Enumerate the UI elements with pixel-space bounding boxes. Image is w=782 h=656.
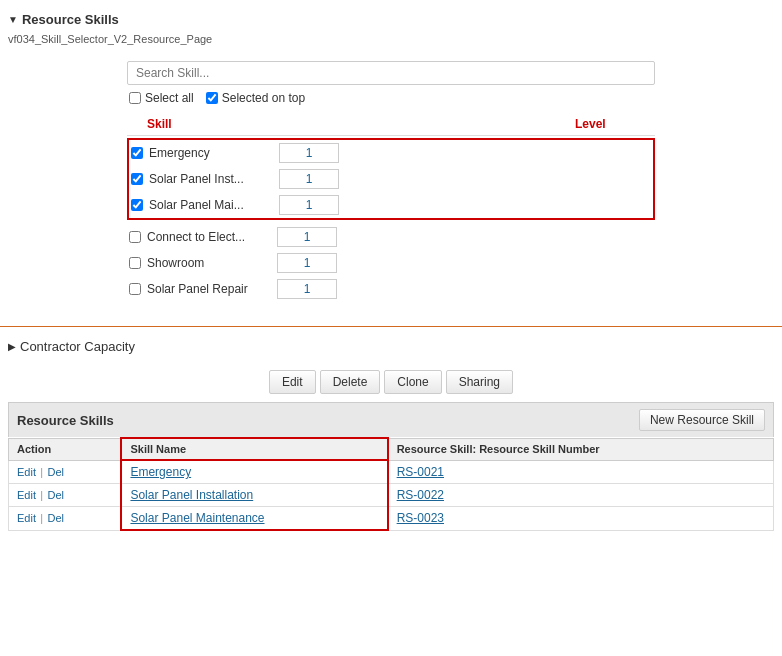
action-cell-1: Edit | Del <box>9 460 122 484</box>
skill-level-showroom[interactable] <box>277 253 337 273</box>
skill-selector: Select all Selected on top Skill Level E… <box>111 53 671 310</box>
action-buttons-group: Edit Delete Clone Sharing <box>0 370 782 394</box>
skill-column-header: Skill <box>127 117 575 131</box>
table-row: Edit | Del Solar Panel Installation RS-0… <box>9 484 774 507</box>
separator-2: | <box>40 489 43 501</box>
contractor-capacity-section: ▶ Contractor Capacity <box>0 335 782 358</box>
action-cell-2: Edit | Del <box>9 484 122 507</box>
rs-link-3[interactable]: RS-0023 <box>397 511 444 525</box>
skill-name-showroom: Showroom <box>147 256 277 270</box>
collapse-icon[interactable]: ▼ <box>8 14 18 25</box>
edit-button[interactable]: Edit <box>269 370 316 394</box>
skill-checkbox-solar-inst[interactable] <box>131 173 143 185</box>
skill-name-cell-2: Solar Panel Installation <box>121 484 387 507</box>
action-column-header: Action <box>9 438 122 460</box>
skill-name-link-1[interactable]: Emergency <box>130 465 191 479</box>
skill-row-solar-inst: Solar Panel Inst... <box>129 166 653 192</box>
resource-skills-table: Action Skill Name Resource Skill: Resour… <box>8 437 774 531</box>
select-all-label: Select all <box>145 91 194 105</box>
del-link-3[interactable]: Del <box>48 512 65 524</box>
del-link-1[interactable]: Del <box>48 466 65 478</box>
skill-name-solar-inst: Solar Panel Inst... <box>149 172 279 186</box>
filter-options: Select all Selected on top <box>127 91 655 105</box>
edit-link-2[interactable]: Edit <box>17 489 36 501</box>
skill-checkbox-emergency[interactable] <box>131 147 143 159</box>
edit-link-3[interactable]: Edit <box>17 512 36 524</box>
resource-skills-table-section: Resource Skills New Resource Skill Actio… <box>8 402 774 531</box>
skill-level-solar-inst[interactable] <box>279 169 339 189</box>
rs-link-1[interactable]: RS-0021 <box>397 465 444 479</box>
resource-skills-title: Resource Skills <box>22 12 119 27</box>
rs-link-2[interactable]: RS-0022 <box>397 488 444 502</box>
skill-checkbox-solar-repair[interactable] <box>129 283 141 295</box>
skills-table-header: Skill Level <box>127 113 655 136</box>
skill-name-link-2[interactable]: Solar Panel Installation <box>130 488 253 502</box>
table-row: Edit | Del Emergency RS-0021 <box>9 460 774 484</box>
select-all-option[interactable]: Select all <box>129 91 194 105</box>
resource-skills-table-header: Resource Skills New Resource Skill <box>8 402 774 437</box>
select-all-checkbox[interactable] <box>129 92 141 104</box>
selected-skills-group: Emergency Solar Panel Inst... Solar Pane… <box>127 138 655 220</box>
skill-name-solar-repair: Solar Panel Repair <box>147 282 277 296</box>
new-resource-skill-button[interactable]: New Resource Skill <box>639 409 765 431</box>
table-row: Edit | Del Solar Panel Maintenance RS-00… <box>9 507 774 531</box>
skill-row-connect: Connect to Elect... <box>127 224 655 250</box>
action-cell-3: Edit | Del <box>9 507 122 531</box>
skill-name-emergency: Emergency <box>149 146 279 160</box>
edit-link-1[interactable]: Edit <box>17 466 36 478</box>
resource-skills-table-title: Resource Skills <box>17 413 114 428</box>
skill-row-showroom: Showroom <box>127 250 655 276</box>
skill-row-solar-repair: Solar Panel Repair <box>127 276 655 302</box>
resource-skills-section-header: ▼ Resource Skills <box>0 8 782 31</box>
skill-level-emergency[interactable] <box>279 143 339 163</box>
page-container: ▼ Resource Skills vf034_Skill_Selector_V… <box>0 0 782 539</box>
section-separator <box>0 326 782 327</box>
skill-level-connect[interactable] <box>277 227 337 247</box>
skill-checkbox-solar-mai[interactable] <box>131 199 143 211</box>
skill-level-solar-repair[interactable] <box>277 279 337 299</box>
skill-name-link-3[interactable]: Solar Panel Maintenance <box>130 511 264 525</box>
skill-level-solar-mai[interactable] <box>279 195 339 215</box>
contractor-capacity-title: Contractor Capacity <box>20 339 135 354</box>
skill-number-cell-2: RS-0022 <box>388 484 774 507</box>
selected-on-top-label: Selected on top <box>222 91 305 105</box>
skill-checkbox-showroom[interactable] <box>129 257 141 269</box>
skill-name-connect: Connect to Elect... <box>147 230 277 244</box>
skill-number-cell-1: RS-0021 <box>388 460 774 484</box>
clone-button[interactable]: Clone <box>384 370 441 394</box>
search-skill-input[interactable] <box>127 61 655 85</box>
skill-row-solar-mai: Solar Panel Mai... <box>129 192 653 218</box>
skill-name-cell-3: Solar Panel Maintenance <box>121 507 387 531</box>
selected-on-top-checkbox[interactable] <box>206 92 218 104</box>
level-column-header: Level <box>575 117 655 131</box>
skill-row-emergency: Emergency <box>129 140 653 166</box>
selected-on-top-option[interactable]: Selected on top <box>206 91 305 105</box>
resource-skills-subtitle: vf034_Skill_Selector_V2_Resource_Page <box>0 31 782 53</box>
skill-checkbox-connect[interactable] <box>129 231 141 243</box>
skill-name-solar-mai: Solar Panel Mai... <box>149 198 279 212</box>
del-link-2[interactable]: Del <box>48 489 65 501</box>
expand-icon[interactable]: ▶ <box>8 341 16 352</box>
separator-1: | <box>40 466 43 478</box>
unselected-skills-group: Connect to Elect... Showroom Solar Panel… <box>127 224 655 302</box>
skill-name-cell-1: Emergency <box>121 460 387 484</box>
sharing-button[interactable]: Sharing <box>446 370 513 394</box>
skill-number-column-header: Resource Skill: Resource Skill Number <box>388 438 774 460</box>
skill-name-column-header: Skill Name <box>121 438 387 460</box>
skill-number-cell-3: RS-0023 <box>388 507 774 531</box>
table-header-row: Action Skill Name Resource Skill: Resour… <box>9 438 774 460</box>
separator-3: | <box>40 512 43 524</box>
delete-button[interactable]: Delete <box>320 370 381 394</box>
